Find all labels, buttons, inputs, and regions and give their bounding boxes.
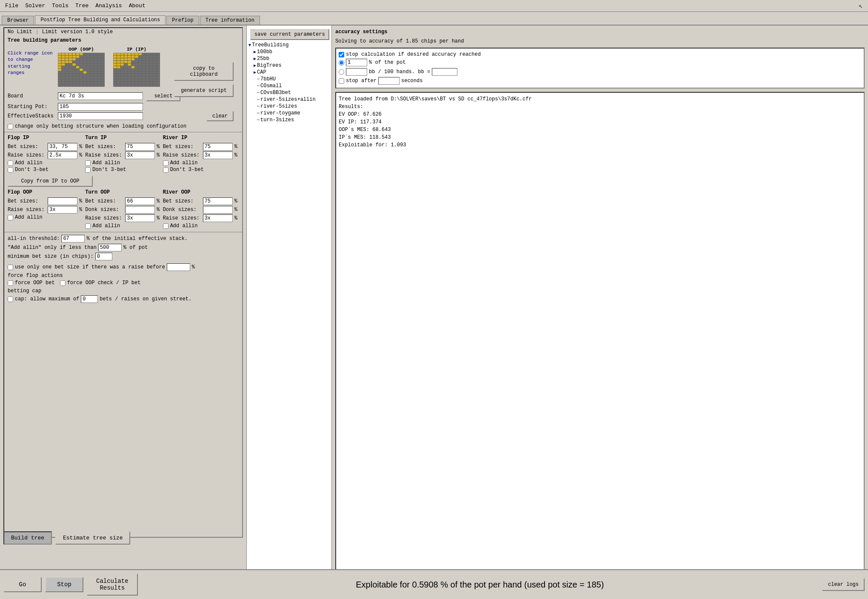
build-area: Build tree Estimate tree size bbox=[3, 531, 130, 545]
tree-item-label: BigTrees bbox=[257, 63, 282, 68]
flop-ip-bet-input[interactable] bbox=[48, 143, 77, 151]
turn-oop-raise-input[interactable] bbox=[125, 214, 155, 222]
cap-input[interactable] bbox=[81, 295, 98, 303]
radio1[interactable] bbox=[339, 60, 344, 66]
tree-item[interactable]: ─COsmall bbox=[248, 83, 330, 89]
river-ip-bet-row: Bet sizes: % bbox=[163, 143, 239, 151]
tree-item[interactable]: ─COvsBB3bet bbox=[248, 89, 330, 96]
turn-oop-donk-input[interactable] bbox=[125, 206, 155, 214]
turn-ip-allin-checkbox[interactable] bbox=[85, 160, 91, 166]
change-only-checkbox[interactable] bbox=[8, 124, 13, 129]
flop-oop-allin-checkbox[interactable] bbox=[8, 215, 13, 220]
river-oop-bet-input[interactable] bbox=[203, 197, 233, 205]
tab-preflop[interactable]: Preflop bbox=[166, 16, 199, 25]
river-ip-allin-checkbox[interactable] bbox=[163, 160, 168, 166]
calculate-results-button[interactable]: Calculate Results bbox=[87, 573, 138, 596]
turn-oop-raise-label: Raise sizes: bbox=[85, 215, 123, 221]
no-limit-option[interactable]: No Limit bbox=[8, 29, 32, 35]
limit-option[interactable]: Limit bbox=[42, 29, 57, 35]
force-oop-bet-label: force OOP bet bbox=[15, 280, 55, 286]
tree-item[interactable]: ▶BigTrees bbox=[248, 62, 330, 69]
menu-tools[interactable]: Tools bbox=[49, 2, 72, 10]
build-tree-button[interactable]: Build tree bbox=[3, 531, 52, 545]
flop-ip-3bet-checkbox[interactable] bbox=[8, 167, 13, 173]
tab-tree-info[interactable]: Tree information bbox=[200, 16, 260, 25]
copy-clipboard-button[interactable]: copy to clipboard bbox=[174, 62, 234, 81]
radio2[interactable] bbox=[339, 69, 344, 75]
flop-oop-bet-input[interactable] bbox=[48, 197, 77, 205]
generate-script-button[interactable]: generate script bbox=[174, 84, 234, 97]
tree-item[interactable]: ─turn-3sizes bbox=[248, 117, 330, 123]
flop-ip-col: Flop IP Bet sizes: % Raise sizes: % Add … bbox=[8, 135, 83, 173]
tree-item[interactable]: ▶100bb bbox=[248, 48, 330, 55]
tree-item[interactable]: ─river-toygame bbox=[248, 110, 330, 117]
tree-item-icon: ─ bbox=[257, 104, 260, 109]
right-panel: accuracy settings Solving to accuracy of… bbox=[332, 26, 868, 579]
force-oop-check-checkbox[interactable] bbox=[60, 280, 66, 286]
go-button[interactable]: Go bbox=[3, 577, 42, 592]
menu-solver[interactable]: Solver bbox=[22, 2, 49, 10]
river-oop-donk-input[interactable] bbox=[203, 206, 233, 214]
river-ip-allin-row: Add allin bbox=[163, 160, 239, 166]
tab-postflop[interactable]: Postflop Tree Building and Calculations bbox=[35, 15, 166, 25]
use-one-checkbox[interactable] bbox=[8, 265, 13, 270]
cap-checkbox[interactable] bbox=[8, 297, 13, 302]
oop-range-image[interactable] bbox=[58, 53, 105, 87]
river-ip-raise-input[interactable] bbox=[203, 151, 233, 159]
clear-button[interactable]: clear bbox=[206, 111, 234, 121]
river-ip-3bet-checkbox[interactable] bbox=[163, 167, 168, 173]
use-one-input[interactable] bbox=[167, 263, 190, 271]
river-ip-bet-input[interactable] bbox=[203, 143, 233, 151]
pot-input[interactable] bbox=[58, 103, 143, 111]
flop-ip-raise-label: Raise sizes: bbox=[8, 152, 46, 158]
accuracy-pct-input[interactable] bbox=[346, 59, 367, 66]
tree-item[interactable]: ─7bbHU bbox=[248, 76, 330, 83]
tab-browser[interactable]: Browser bbox=[2, 16, 34, 25]
turn-oop-raise-row: Raise sizes: % bbox=[85, 214, 161, 222]
tree-item[interactable]: ▶25bb bbox=[248, 55, 330, 62]
menu-about[interactable]: About bbox=[126, 2, 149, 10]
flop-ip-raise-input[interactable] bbox=[48, 151, 77, 159]
bb-100-input[interactable] bbox=[346, 68, 367, 76]
range-click-label[interactable]: Click range icon to change starting rang… bbox=[8, 47, 54, 77]
turn-ip-3bet-checkbox[interactable] bbox=[85, 167, 91, 173]
turn-ip-bet-input[interactable] bbox=[125, 143, 155, 151]
stop-after-checkbox[interactable] bbox=[339, 78, 344, 84]
tree-item[interactable]: ─river-5sizes bbox=[248, 103, 330, 110]
tree-item[interactable]: ▶CAP bbox=[248, 69, 330, 76]
turn-oop-allin-checkbox[interactable] bbox=[85, 223, 91, 229]
flop-ip-allin-checkbox[interactable] bbox=[8, 160, 13, 166]
min-bet-input[interactable] bbox=[95, 253, 112, 260]
turn-ip-raise-input[interactable] bbox=[125, 151, 155, 159]
flop-oop-raise-input[interactable] bbox=[48, 206, 77, 214]
add-allin-only-input[interactable] bbox=[98, 244, 122, 251]
bb-value-input[interactable] bbox=[432, 68, 457, 76]
copy-ip-to-oop-button[interactable]: Copy from IP to OOP bbox=[8, 176, 93, 187]
menu-analysis[interactable]: Analysis bbox=[92, 2, 125, 10]
river-oop-allin-checkbox[interactable] bbox=[163, 223, 168, 229]
estimate-tree-button[interactable]: Estimate tree size bbox=[55, 531, 130, 545]
stop-after-input[interactable] bbox=[378, 77, 400, 85]
force-oop-bet-checkbox[interactable] bbox=[8, 280, 13, 286]
clear-logs-button[interactable]: clear logs bbox=[822, 578, 865, 591]
radio1-suffix: % of the pot bbox=[369, 60, 405, 66]
range-area: Click range icon to change starting rang… bbox=[4, 45, 242, 88]
menu-file[interactable]: File bbox=[2, 2, 22, 10]
stacks-input[interactable] bbox=[58, 112, 143, 120]
add-allin-only-row: "Add allin" only if less than % of pot bbox=[8, 244, 239, 251]
main-container: No Limit | Limit version 1.0 style Tree … bbox=[0, 26, 868, 579]
board-input[interactable] bbox=[58, 92, 143, 100]
menu-tree[interactable]: Tree bbox=[72, 2, 92, 10]
tree-item-icon: ─ bbox=[257, 97, 260, 102]
ip-range-image[interactable] bbox=[113, 53, 160, 87]
river-oop-title: River OOP bbox=[163, 189, 239, 195]
stop-button[interactable]: Stop bbox=[45, 577, 83, 592]
tree-root[interactable]: ▼ TreeBuilding bbox=[248, 42, 330, 48]
turn-ip-bet-row: Bet sizes: % bbox=[85, 143, 161, 151]
tree-item[interactable]: ─river-5sizes+allin bbox=[248, 96, 330, 103]
stop-calc-checkbox[interactable] bbox=[339, 52, 344, 57]
save-params-button[interactable]: save current parameters bbox=[250, 29, 329, 40]
threshold-input[interactable] bbox=[61, 235, 85, 242]
river-oop-raise-input[interactable] bbox=[203, 214, 233, 222]
turn-oop-bet-input[interactable] bbox=[125, 197, 155, 205]
